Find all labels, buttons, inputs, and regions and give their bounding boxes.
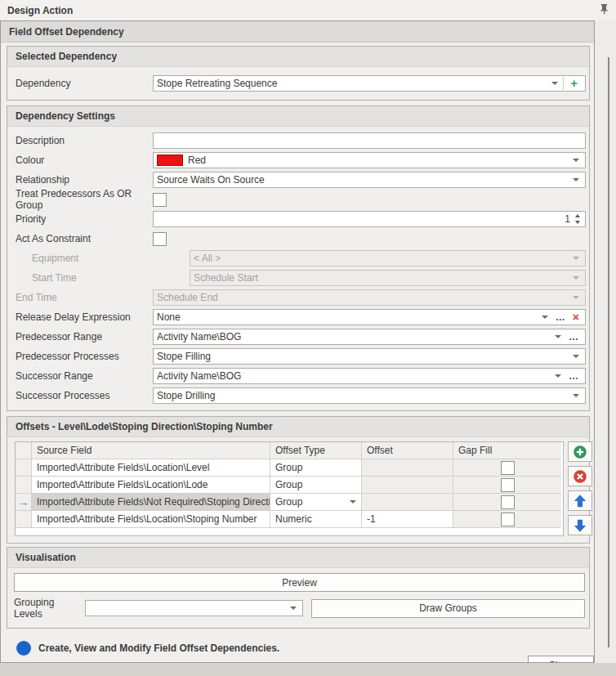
- predecessor-range-combobox[interactable]: Activity Name\BOG …: [153, 329, 586, 345]
- dependency-combobox[interactable]: Stope Retreating Sequence +: [153, 75, 586, 92]
- chevron-down-icon[interactable]: [573, 159, 579, 162]
- dependency-label: Dependency: [9, 78, 153, 89]
- delete-offset-button[interactable]: [568, 466, 592, 486]
- chevron-down-icon: [573, 276, 579, 280]
- chevron-down-icon[interactable]: [350, 500, 356, 504]
- row-indicator-header: [16, 442, 32, 459]
- successor-processes-combobox[interactable]: Stope Drilling: [153, 387, 586, 404]
- predecessor-processes-combobox[interactable]: Stope Filling: [153, 348, 586, 365]
- column-header-offset-type[interactable]: Offset Type: [270, 442, 362, 459]
- chevron-down-icon[interactable]: [573, 394, 579, 397]
- equipment-value: < All >: [194, 253, 569, 264]
- chevron-down-icon[interactable]: [555, 335, 561, 338]
- gap-fill-cell[interactable]: [453, 511, 561, 528]
- gap-fill-checkbox[interactable]: [501, 478, 515, 492]
- source-field-cell[interactable]: Imported\Attribute Fields\Location\Stopi…: [32, 511, 270, 528]
- dependency-settings-group: Dependency Settings Description Colour R…: [7, 105, 590, 411]
- grouping-levels-combobox[interactable]: [85, 600, 303, 616]
- pin-icon[interactable]: [600, 3, 609, 17]
- gap-fill-cell[interactable]: [453, 459, 561, 477]
- start-time-combobox: Schedule Start: [190, 270, 586, 286]
- panel-header: Field Offset Dependency: [1, 21, 594, 43]
- close-button[interactable]: Close: [528, 656, 594, 663]
- move-offset-up-button[interactable]: [568, 490, 592, 511]
- chevron-down-icon[interactable]: [542, 316, 548, 319]
- act-as-constraint-label: Act As Constraint: [9, 233, 153, 244]
- act-as-constraint-checkbox[interactable]: [153, 232, 167, 246]
- ellipsis-button[interactable]: …: [569, 372, 578, 380]
- start-time-label: Start Time: [9, 272, 169, 284]
- gap-fill-checkbox[interactable]: [501, 461, 515, 475]
- ellipsis-button[interactable]: …: [556, 313, 565, 321]
- visualisation-group: Visualisation Preview Grouping Levels Dr…: [7, 547, 590, 629]
- predecessor-range-value: Activity Name\BOG: [157, 331, 551, 342]
- column-header-gap-fill[interactable]: Gap Fill: [453, 442, 561, 459]
- chevron-down-icon[interactable]: [573, 355, 579, 358]
- draw-groups-button[interactable]: Draw Groups: [311, 599, 585, 618]
- successor-processes-label: Successor Processes: [9, 390, 153, 401]
- preview-button[interactable]: Preview: [14, 573, 585, 592]
- source-field-cell[interactable]: Imported\Attribute Fields\Not Required\S…: [32, 494, 270, 511]
- end-time-value: Schedule End: [157, 292, 569, 303]
- offset-type-cell[interactable]: Group: [270, 459, 362, 477]
- visualisation-header-label: Visualisation: [16, 552, 76, 563]
- gap-fill-checkbox[interactable]: [501, 513, 515, 526]
- scrollbar-thumb[interactable]: [608, 57, 609, 647]
- scrollbar-track[interactable]: [595, 20, 616, 663]
- chevron-down-icon[interactable]: [573, 178, 579, 181]
- selected-dependency-group: Selected Dependency Dependency Stope Ret…: [7, 46, 590, 101]
- add-offset-button[interactable]: [568, 441, 592, 462]
- footer-info: Create, View and Modify Field Offset Dep…: [7, 632, 590, 656]
- panel-title: Field Offset Dependency: [9, 26, 124, 38]
- release-delay-combobox[interactable]: None … ×: [153, 309, 586, 325]
- add-dependency-button[interactable]: +: [570, 78, 578, 89]
- predecessor-processes-value: Stope Filling: [157, 351, 569, 362]
- colour-value: Red: [188, 154, 569, 166]
- offset-type-cell-editing[interactable]: Group: [270, 494, 362, 511]
- priority-value: 1: [157, 213, 573, 225]
- source-field-cell[interactable]: Imported\Attribute Fields\Location\Lode: [32, 477, 270, 494]
- spinner-up-icon[interactable]: [575, 214, 580, 217]
- chevron-down-icon[interactable]: [290, 607, 297, 610]
- dependency-settings-header: Dependency Settings: [7, 106, 589, 127]
- move-offset-down-button[interactable]: [568, 515, 592, 535]
- source-field-cell[interactable]: Imported\Attribute Fields\Location\Level: [32, 459, 270, 477]
- offsets-table: Source Field Offset Type Offset Gap Fill…: [15, 441, 564, 536]
- relationship-combobox[interactable]: Source Waits On Source: [153, 172, 586, 188]
- chevron-down-icon[interactable]: [555, 374, 561, 378]
- offsets-group: Offsets - Level\Lode\Stoping Direction\S…: [7, 416, 590, 544]
- offset-cell: [362, 477, 453, 494]
- x-circle-icon: [573, 469, 587, 484]
- selected-dependency-header-label: Selected Dependency: [16, 51, 117, 62]
- description-input[interactable]: [153, 132, 586, 149]
- treat-predecessors-label: Treat Predecessors As OR Group: [9, 188, 153, 211]
- predecessor-processes-label: Predecessor Processes: [9, 351, 153, 362]
- preview-button-label: Preview: [282, 577, 317, 589]
- colour-combobox[interactable]: Red: [153, 152, 586, 168]
- spinner-down-icon[interactable]: [575, 221, 580, 224]
- relationship-label: Relationship: [9, 174, 153, 186]
- priority-label: Priority: [9, 213, 153, 225]
- row-indicator: [16, 459, 32, 477]
- column-header-offset[interactable]: Offset: [362, 442, 453, 459]
- dependency-value: Stope Retreating Sequence: [157, 78, 548, 89]
- offset-type-cell[interactable]: Group: [270, 477, 362, 494]
- ellipsis-button[interactable]: …: [569, 333, 578, 341]
- priority-spinner[interactable]: 1: [153, 211, 586, 227]
- window-titlebar: Design Action: [0, 0, 616, 20]
- visualisation-header: Visualisation: [7, 548, 589, 568]
- chevron-down-icon[interactable]: [551, 82, 558, 85]
- gap-fill-checkbox[interactable]: [501, 495, 515, 509]
- gap-fill-cell[interactable]: [453, 477, 561, 494]
- end-time-combobox: Schedule End: [153, 289, 586, 306]
- gap-fill-cell[interactable]: [453, 494, 561, 511]
- successor-processes-value: Stope Drilling: [157, 390, 569, 401]
- successor-range-combobox[interactable]: Activity Name\BOG …: [153, 368, 586, 384]
- spinner-buttons[interactable]: [573, 214, 583, 224]
- offset-cell[interactable]: -1: [362, 511, 453, 528]
- offset-type-cell[interactable]: Numeric: [270, 511, 362, 528]
- release-delay-value: None: [157, 311, 538, 323]
- column-header-source-field[interactable]: Source Field: [32, 442, 270, 459]
- treat-predecessors-checkbox[interactable]: [153, 193, 167, 207]
- clear-button-icon[interactable]: ×: [573, 311, 579, 323]
